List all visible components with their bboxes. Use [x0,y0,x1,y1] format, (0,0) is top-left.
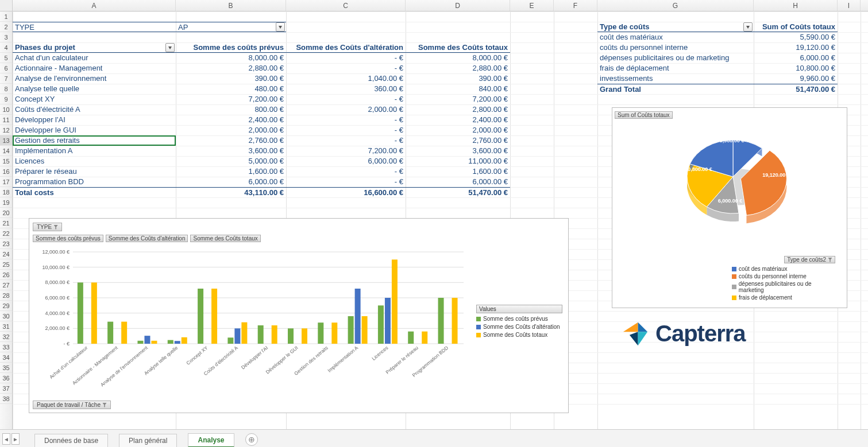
cell[interactable]: 7,200.00 € [406,94,510,104]
cell[interactable]: - € [286,63,406,73]
row-header-21[interactable]: 21 [0,218,12,228]
row-header-1[interactable]: 1 [0,11,12,22]
sheet-tab-plan[interactable]: Plan général [119,434,177,447]
cell[interactable]: 2,760.00 € [406,135,510,146]
cell[interactable]: 6,000.00 € [406,177,510,187]
cell[interactable]: frais de déplacement [597,63,754,73]
cell[interactable]: 1,600.00 € [406,166,510,177]
cell[interactable]: 2,000.00 € [176,125,286,135]
cell[interactable]: 6,000.00 € [286,156,406,166]
row-header-13[interactable]: 13 [0,135,12,146]
row-header-34[interactable]: 34 [0,352,12,363]
cell[interactable]: 840.00 € [406,84,510,94]
cell[interactable]: Analyse telle quelle [13,84,176,94]
bar-chart-series-btn-0[interactable]: Somme des coûts prévus [33,235,103,242]
filter-dropdown-button[interactable] [276,22,285,32]
cell[interactable]: AP [176,22,286,32]
bar-chart-footer-filter-button[interactable]: Paquet de travail / Tâche [33,401,111,409]
col-header-D[interactable]: D [406,0,510,11]
cell[interactable]: coûts du personnel interne [597,42,754,53]
cell[interactable]: Programmation BDD [13,177,176,187]
cell[interactable]: 43,110.00 € [176,187,286,197]
cell[interactable]: Implémentation A [13,146,176,156]
row-header-29[interactable]: 29 [0,301,12,311]
row-header-10[interactable]: 10 [0,104,12,115]
col-header-F[interactable]: F [554,0,597,11]
cell[interactable]: Coûts d'électricité A [13,104,176,115]
col-header-H[interactable]: H [754,0,838,11]
cell[interactable]: 7,200.00 € [176,94,286,104]
cell[interactable]: - € [286,94,406,104]
row-header-9[interactable]: 9 [0,94,12,104]
row-header-30[interactable]: 30 [0,311,12,321]
row-header-27[interactable]: 27 [0,280,12,290]
pie-chart-legend-filter-button[interactable]: Type de coûts2 [784,256,835,263]
bar-chart-series-btn-1[interactable]: Somme des Coûts d'altération [106,235,188,242]
cell[interactable]: Somme des Coûts d'altération [286,42,406,53]
cell[interactable]: 8,000.00 € [176,53,286,63]
cell[interactable]: - € [286,53,406,63]
cell[interactable]: 11,000.00 € [406,156,510,166]
cell[interactable]: 9,960.00 € [754,73,838,84]
cell[interactable]: 3,600.00 € [406,146,510,156]
cell[interactable]: 6,000.00 € [176,177,286,187]
cell[interactable]: 6,000.00 € [754,53,838,63]
row-header-24[interactable]: 24 [0,249,12,259]
cell[interactable]: 19,120.00 € [754,42,838,53]
cell[interactable]: Somme des Coûts totaux [406,42,510,53]
row-header-7[interactable]: 7 [0,73,12,84]
cell[interactable]: Licences [13,156,176,166]
row-header-26[interactable]: 26 [0,270,12,280]
row-header-6[interactable]: 6 [0,63,12,73]
cell[interactable]: Analyse de l'environnement [13,73,176,84]
row-header-18[interactable]: 18 [0,187,12,197]
cell[interactable]: Concept XY [13,94,176,104]
cell[interactable]: 51,470.00 € [754,84,838,94]
cell[interactable]: 2,000.00 € [286,104,406,115]
row-header-14[interactable]: 14 [0,146,12,156]
cell[interactable]: 800.00 € [176,104,286,115]
cell[interactable]: 1,040.00 € [286,73,406,84]
cell[interactable]: Sum of Coûts totaux [754,22,838,32]
row-header-23[interactable]: 23 [0,239,12,249]
pie-chart[interactable]: Sum of Coûts totaux 9,960.00 €19,120.00 … [612,107,847,308]
bar-chart-series-btn-2[interactable]: Somme des Coûts totaux [190,235,260,242]
col-header-C[interactable]: C [286,0,406,11]
row-header-17[interactable]: 17 [0,177,12,187]
cell[interactable]: - € [286,177,406,187]
cell[interactable]: Phases du projet [13,42,176,53]
cell[interactable]: 2,400.00 € [176,115,286,125]
row-header-32[interactable]: 32 [0,332,12,342]
row-header-11[interactable]: 11 [0,115,12,125]
col-header-G[interactable]: G [597,0,754,11]
col-header-B[interactable]: B [176,0,286,11]
row-header-8[interactable]: 8 [0,84,12,94]
cell[interactable]: 390.00 € [176,73,286,84]
cell[interactable]: 2,800.00 € [406,104,510,115]
cell[interactable]: 16,600.00 € [286,187,406,197]
cell[interactable]: 5,000.00 € [176,156,286,166]
sheet-tab-analyse[interactable]: Analyse [188,433,234,447]
row-header-19[interactable]: 19 [0,197,12,208]
sheet-nav-prev[interactable]: ◄ [2,433,10,445]
cell[interactable]: 480.00 € [176,84,286,94]
row-header-25[interactable]: 25 [0,259,12,270]
cell[interactable]: 7,200.00 € [286,146,406,156]
cell[interactable]: Développer le GUI [13,125,176,135]
row-header-15[interactable]: 15 [0,156,12,166]
cell[interactable]: - € [286,115,406,125]
row-header-4[interactable]: 4 [0,42,12,53]
cell[interactable]: Gestion des retraits [13,135,176,146]
bar-chart[interactable]: TYPE Somme des coûts prévus Somme des Co… [29,218,569,413]
row-header-28[interactable]: 28 [0,290,12,301]
cell[interactable]: Achat d'un calculateur [13,53,176,63]
bar-chart-type-filter-button[interactable]: TYPE [33,223,62,231]
new-sheet-button[interactable]: ⊕ [245,433,258,446]
cell[interactable]: 390.00 € [406,73,510,84]
col-header-E[interactable]: E [510,0,554,11]
row-header-33[interactable]: 33 [0,342,12,352]
row-header-22[interactable]: 22 [0,228,12,239]
row-header-31[interactable]: 31 [0,321,12,332]
sheet-tab-donnees[interactable]: Données de base [34,434,108,447]
cell[interactable]: Préparer le réseau [13,166,176,177]
